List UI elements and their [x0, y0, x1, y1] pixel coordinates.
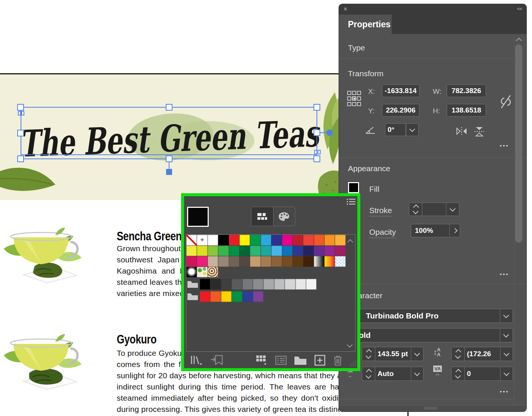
font-family-field[interactable]: Turbinado Bold Pro: [348, 309, 500, 323]
tracking-dropdown[interactable]: [500, 367, 513, 381]
swatch[interactable]: [210, 291, 221, 302]
swatch[interactable]: [200, 279, 210, 290]
swatch[interactable]: [229, 256, 239, 267]
swatch[interactable]: [197, 267, 207, 278]
swatch[interactable]: [197, 256, 207, 267]
swatch[interactable]: [335, 246, 345, 256]
current-fill-swatch[interactable]: [187, 207, 209, 227]
swatch[interactable]: [239, 235, 250, 246]
handle-bottom-left[interactable]: [17, 155, 24, 162]
swatch[interactable]: [250, 246, 260, 256]
swatch[interactable]: [303, 246, 314, 256]
swatch[interactable]: ⌖: [197, 235, 207, 246]
scrollbar-thumb[interactable]: [515, 44, 522, 243]
swatch[interactable]: [208, 235, 218, 246]
h-field[interactable]: 138.6518: [447, 104, 486, 117]
leading-field[interactable]: (172.26: [464, 347, 501, 361]
stroke-dropdown[interactable]: [446, 203, 459, 216]
swatch[interactable]: [335, 256, 345, 267]
swatch[interactable]: [229, 235, 239, 246]
swatch[interactable]: [282, 235, 293, 246]
new-folder-icon[interactable]: [294, 356, 307, 365]
swatch[interactable]: [263, 279, 274, 290]
x-field[interactable]: -1633.814: [382, 84, 419, 97]
folder-icon[interactable]: [187, 293, 198, 301]
swatch[interactable]: [250, 256, 260, 267]
w-field[interactable]: 782.3826: [447, 84, 486, 97]
swatch[interactable]: [282, 246, 293, 256]
kerning-stepper[interactable]: [362, 367, 375, 381]
swatch[interactable]: [200, 291, 210, 302]
swatch[interactable]: [261, 235, 271, 246]
color-mixer-button[interactable]: [273, 207, 295, 226]
font-style-field[interactable]: Bold: [348, 328, 500, 342]
kerning-field[interactable]: Auto: [375, 367, 411, 381]
swatch[interactable]: [271, 246, 282, 256]
swatch-libraries-icon[interactable]: [190, 355, 204, 366]
new-swatch-icon[interactable]: [314, 355, 325, 366]
rotation-field[interactable]: 0°: [385, 123, 406, 136]
swatch[interactable]: [239, 246, 250, 256]
reference-point-icon[interactable]: [347, 91, 361, 107]
swatch-themes-icon[interactable]: [210, 355, 223, 366]
swatch[interactable]: [324, 256, 335, 267]
y-field[interactable]: 226.2906: [382, 104, 419, 117]
swatches-view-button[interactable]: [251, 207, 273, 226]
swatch[interactable]: [242, 279, 253, 290]
delete-swatch-icon[interactable]: [333, 355, 343, 366]
scroll-down-icon[interactable]: [347, 342, 353, 348]
swatch[interactable]: [282, 256, 293, 267]
collapse-icon[interactable]: <<: [517, 6, 522, 12]
text-in-port[interactable]: [18, 111, 21, 115]
fill-swatch[interactable]: [348, 182, 359, 193]
leading-dropdown[interactable]: [500, 347, 513, 361]
swatch[interactable]: [296, 279, 306, 290]
character-more-options[interactable]: •••: [500, 388, 509, 395]
panel-resize-grip[interactable]: [349, 359, 357, 367]
rotate-handle-dot[interactable]: [326, 129, 333, 136]
swatch[interactable]: [221, 291, 232, 302]
swatch[interactable]: [229, 246, 239, 256]
swatch[interactable]: [197, 246, 207, 256]
tracking-field[interactable]: 0: [464, 367, 501, 381]
handle-mid-left[interactable]: [17, 130, 24, 136]
swatch[interactable]: [303, 256, 314, 267]
swatch[interactable]: [293, 235, 303, 246]
stroke-field[interactable]: [422, 203, 446, 216]
handle-bottom-right[interactable]: [314, 155, 320, 162]
handle-top-right[interactable]: [314, 104, 320, 111]
appearance-more-options[interactable]: •••: [500, 271, 509, 277]
swatch[interactable]: [253, 279, 263, 290]
rotation-dropdown[interactable]: [406, 123, 419, 136]
swatch[interactable]: [293, 246, 303, 256]
swatch[interactable]: [218, 256, 229, 267]
swatch[interactable]: [218, 246, 229, 256]
swatch[interactable]: [324, 246, 335, 256]
panel-scrollbar[interactable]: [514, 36, 523, 405]
tracking-stepper[interactable]: [451, 367, 465, 381]
opacity-dropdown[interactable]: [449, 224, 460, 237]
swatch[interactable]: [303, 235, 314, 246]
swatch[interactable]: [186, 246, 197, 256]
text-scale-handle[interactable]: [166, 169, 172, 175]
swatch[interactable]: [253, 291, 263, 302]
swatch[interactable]: [186, 235, 197, 246]
panel-menu-icon[interactable]: [346, 198, 355, 205]
text-out-port[interactable]: [318, 150, 321, 154]
font-size-dropdown[interactable]: [411, 347, 424, 361]
swatch[interactable]: [221, 279, 232, 290]
handle-mid-right[interactable]: [314, 129, 320, 136]
swatch[interactable]: [250, 235, 260, 246]
swatch[interactable]: [271, 256, 282, 267]
tab-properties[interactable]: Properties: [339, 15, 392, 34]
handle-bottom-center[interactable]: [166, 155, 172, 162]
swatch-kinds-icon[interactable]: [256, 355, 268, 366]
opacity-label[interactable]: Opacity: [369, 228, 396, 238]
list-view-icon[interactable]: [275, 356, 287, 365]
transform-more-options[interactable]: •••: [500, 142, 509, 149]
font-size-field[interactable]: 143.55 pt: [375, 347, 411, 361]
flip-vertical-icon[interactable]: [474, 126, 485, 137]
swatch[interactable]: [261, 256, 271, 267]
swatch[interactable]: [232, 291, 242, 302]
leading-stepper[interactable]: [451, 347, 465, 361]
